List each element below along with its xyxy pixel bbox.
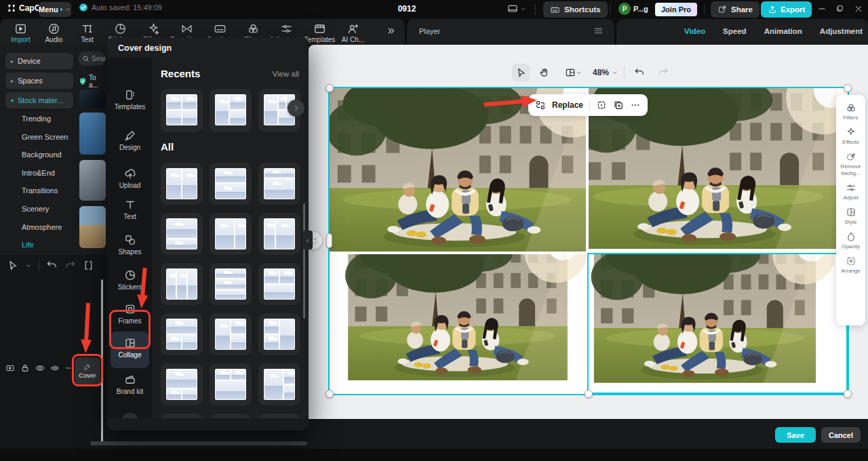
select-tool-button[interactable]: [512, 64, 530, 81]
collage-template-top-2-bottom-1[interactable]: [258, 263, 300, 305]
cancel-button[interactable]: Cancel: [821, 427, 861, 443]
collage-template-left-1-right-2[interactable]: [210, 313, 252, 355]
collage-template-cols-2-right-big[interactable]: [258, 213, 300, 255]
media-subcategory-green-screen[interactable]: Green Screen: [22, 133, 68, 141]
chevron-down-button[interactable]: [25, 262, 32, 269]
toolbar-item-ai-ch[interactable]: AI Ch...: [336, 20, 370, 43]
minimize-button[interactable]: [817, 4, 827, 14]
collage-template-rows-3[interactable]: [210, 263, 252, 305]
media-subcategory-transitions[interactable]: Transitions: [22, 186, 58, 195]
dialog-nav-frames[interactable]: Frames: [107, 303, 153, 325]
license-badge[interactable]: To a...: [78, 75, 106, 88]
collage-template-left-big-right-2[interactable]: [258, 363, 300, 405]
display-mode-button[interactable]: [507, 3, 526, 14]
media-subcategory-trending[interactable]: Trending: [22, 115, 51, 123]
cursor-button[interactable]: [7, 260, 18, 271]
tab-animation[interactable]: Animation: [764, 27, 802, 35]
stock-thumbnail-waves[interactable]: [79, 89, 106, 108]
track-thumb-toggle[interactable]: [5, 363, 15, 373]
toolbar-item-templates[interactable]: Templates: [303, 20, 336, 43]
collage-template-cols-2-left-big[interactable]: [210, 213, 252, 255]
dialog-nav-collage[interactable]: Collage: [107, 337, 153, 359]
export-button[interactable]: Export: [761, 1, 812, 18]
panel-collapse-button[interactable]: ‹: [302, 230, 313, 249]
resize-handle-bottom-right[interactable]: [844, 390, 852, 398]
menu-button[interactable]: Menu: [39, 2, 71, 17]
join-pro-button[interactable]: Join Pro: [655, 3, 697, 16]
stock-thumbnail-van[interactable]: [79, 206, 106, 248]
tab-video[interactable]: Video: [684, 27, 705, 35]
collage-photo-bottom-right[interactable]: [589, 254, 848, 394]
toolbar-item-audio[interactable]: Audio: [37, 20, 71, 43]
ratio-button[interactable]: [559, 64, 587, 81]
redo-button[interactable]: [654, 64, 672, 81]
media-subcategory-life[interactable]: Life: [22, 241, 34, 249]
hand-tool-button[interactable]: [536, 64, 553, 81]
resize-handle-top-left[interactable]: [326, 84, 334, 92]
collage-photo-bottom-left[interactable]: [330, 254, 586, 394]
dialog-nav-templates[interactable]: Templates: [107, 89, 153, 111]
collage-selection[interactable]: [330, 88, 848, 394]
collage-template-rows-2-top-small[interactable]: [258, 163, 300, 205]
shortcuts-button[interactable]: Shortcuts: [543, 1, 608, 18]
more-toggle[interactable]: [65, 363, 75, 373]
duplicate-button[interactable]: [613, 100, 624, 111]
recents-next-button[interactable]: [288, 100, 304, 117]
media-subcategory-atmosphere[interactable]: Atmosphere: [22, 223, 62, 231]
tab-adjustment[interactable]: Adjustment: [820, 27, 863, 35]
collage-template-top-big-bottom-2[interactable]: [161, 363, 203, 405]
inspector-tool-style[interactable]: Style: [836, 205, 865, 227]
player-menu-button[interactable]: [593, 26, 604, 36]
zoom-level-dropdown[interactable]: 48%: [593, 68, 618, 77]
media-subcategory-background[interactable]: Background: [22, 151, 62, 159]
collage-template-grid-2x2[interactable]: [161, 89, 203, 132]
replace-button[interactable]: Replace: [552, 100, 583, 110]
redo-button[interactable]: [64, 260, 76, 271]
collage-template-left-tall-right-2[interactable]: [210, 89, 252, 132]
inspector-tool-remove-backg[interactable]: Remove backg...: [836, 149, 865, 178]
dialog-nav-design[interactable]: Design: [107, 129, 153, 152]
dialog-nav-upload[interactable]: Upload: [107, 167, 153, 190]
maximize-button[interactable]: [835, 4, 844, 13]
resize-handle-left-middle[interactable]: [326, 233, 332, 248]
user-avatar[interactable]: P: [618, 3, 631, 15]
collage-template-top-1-bottom-2[interactable]: [161, 313, 203, 355]
media-category-spaces[interactable]: ▸Spaces: [5, 73, 73, 89]
tab-speed[interactable]: Speed: [723, 27, 747, 35]
media-category-device[interactable]: ▸Device: [5, 53, 73, 69]
split-button[interactable]: [83, 260, 94, 271]
lock-toggle[interactable]: [20, 363, 30, 373]
undo-button[interactable]: [631, 64, 648, 81]
timeline-horizontal-scrollbar[interactable]: [90, 441, 307, 445]
collage-template-rows-2-top-big[interactable]: [161, 213, 203, 255]
resize-handle-bottom-left[interactable]: [326, 390, 334, 398]
toolbar-overflow-button[interactable]: [386, 26, 396, 36]
inspector-tool-adjust[interactable]: Adjust: [836, 180, 865, 203]
undo-button[interactable]: [46, 260, 58, 271]
collage-template-cols-2[interactable]: [161, 163, 203, 205]
inspector-tool-arrange[interactable]: Arrange: [836, 254, 865, 276]
dialog-nav-stickers[interactable]: Stickers: [107, 269, 153, 292]
share-button[interactable]: Share: [711, 1, 760, 18]
media-category-stock-mater[interactable]: ▾Stock mater...: [5, 92, 73, 108]
resize-handle-bottom-middle[interactable]: [585, 390, 593, 398]
stock-thumbnail-building[interactable]: [79, 160, 106, 201]
cover-button[interactable]: Cover: [75, 357, 100, 384]
speaker-toggle[interactable]: [50, 363, 60, 373]
close-button[interactable]: [854, 4, 863, 14]
save-button[interactable]: Save: [775, 427, 816, 443]
more-options-button[interactable]: [630, 100, 641, 111]
media-subcategory-scenery[interactable]: Scenery: [22, 205, 49, 213]
dialog-nav-brand-kit[interactable]: Brand kit: [107, 374, 153, 396]
search-input[interactable]: Sear: [78, 52, 106, 66]
dialog-nav-text[interactable]: Text: [107, 199, 153, 221]
collage-template-top-2-bottom-big[interactable]: [210, 363, 252, 405]
collage-template-rows-2-even[interactable]: [210, 163, 252, 205]
inspector-tool-opacity[interactable]: Opacity: [836, 229, 865, 252]
dialog-scrollbar[interactable]: [303, 203, 305, 319]
inspector-tool-effects[interactable]: Effects: [836, 125, 865, 147]
toolbar-item-text[interactable]: Text: [71, 20, 104, 43]
timeline-vertical-scrollbar[interactable]: [101, 279, 103, 442]
eye-toggle[interactable]: [35, 363, 45, 373]
resize-handle-top-right[interactable]: [844, 84, 852, 92]
